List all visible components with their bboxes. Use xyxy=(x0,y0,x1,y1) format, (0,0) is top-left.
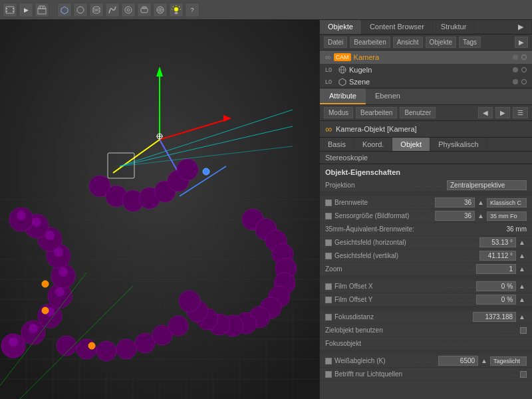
zoom-value[interactable]: 1 xyxy=(476,264,516,274)
tab-basis[interactable]: Basis xyxy=(320,138,354,151)
projektion-select[interactable]: Zentralperspektive xyxy=(447,180,527,190)
checkbox-filmx[interactable] xyxy=(325,283,332,290)
tab-attribute[interactable]: Attribute xyxy=(320,88,366,104)
checkbox-fokus[interactable] xyxy=(325,314,332,321)
filmy-up[interactable]: ▲ xyxy=(517,296,527,303)
brennweite-up[interactable]: ▲ xyxy=(476,199,485,206)
tab-physikalisch[interactable]: Physikalisch xyxy=(430,138,487,151)
weiss-up[interactable]: ▲ xyxy=(479,357,489,364)
btn-expand-arrow[interactable]: ▶ xyxy=(515,37,528,48)
gfh-value[interactable]: 53.13 ° xyxy=(479,237,516,247)
btn-bearbeiten[interactable]: Bearbeiten xyxy=(350,37,390,48)
toggle-licht[interactable] xyxy=(520,371,527,378)
tab-content-browser[interactable]: Content Browser xyxy=(362,20,433,34)
toolbar-icon-sphere[interactable] xyxy=(73,3,88,17)
properties-title: Objekt-Eigenschaften xyxy=(320,166,532,179)
svg-point-104 xyxy=(116,339,136,359)
checkbox-gfv[interactable] xyxy=(325,253,332,259)
toolbar-icon-question[interactable]: ? xyxy=(185,3,200,17)
infinity-icon-type: ∞ xyxy=(325,124,332,134)
btn-prev[interactable]: ◀ xyxy=(478,107,493,118)
prop-row-fokus: Fokusdistanz ............ 1373.188 ▲ xyxy=(320,311,532,324)
prop-row-gfh: Gesichtsfeld (horizontal) ..... 53.13 ° … xyxy=(320,236,532,249)
brennweite-type[interactable]: Klassisch C xyxy=(487,198,527,207)
tab-koord[interactable]: Koord. xyxy=(354,138,392,151)
filmy-controls: 0 % ▲ xyxy=(476,295,527,305)
toolbar-icon-light[interactable] xyxy=(169,3,184,17)
label-licht-text: Betrifft nur Lichtquellen xyxy=(334,370,402,378)
label-sensor-text: Sensorgröße (Bildformat) xyxy=(334,212,409,219)
checkbox-brennweite[interactable] xyxy=(325,200,332,206)
label-fokusobjekt-text: Fokusobjekt xyxy=(325,340,361,347)
gfv-up[interactable]: ▲ xyxy=(517,252,527,259)
checkbox-ziel[interactable] xyxy=(520,327,527,334)
sensor-type[interactable]: 35 mm Fo xyxy=(487,211,527,221)
toolbar-icons: ▶ xyxy=(0,3,202,17)
checkbox-weiss[interactable] xyxy=(325,358,332,364)
prop-row-projektion: Projektion .................. Zentralper… xyxy=(320,179,532,192)
toolbar-icon-scene[interactable] xyxy=(153,3,168,17)
btn-tags[interactable]: Tags xyxy=(459,37,481,48)
filmx-value[interactable]: 0 % xyxy=(476,281,516,291)
toolbar-icon-nurbs[interactable] xyxy=(105,3,120,17)
brennweite-value[interactable]: 36 xyxy=(435,198,475,207)
object-name-kamera: Kamera xyxy=(354,53,380,61)
btn-objekte[interactable]: Objekte xyxy=(426,37,456,48)
tab-objekte[interactable]: Objekte xyxy=(320,20,362,34)
object-item-szene[interactable]: L0 Szene xyxy=(320,76,532,88)
svg-point-11 xyxy=(93,7,100,9)
prop-label-projektion: Projektion xyxy=(325,182,408,189)
viewport[interactable]: ▲ ▼ ◀ ▶ ⬜ xyxy=(0,20,319,399)
tab-ebenen[interactable]: Ebenen xyxy=(366,88,410,104)
checkbox-licht[interactable] xyxy=(325,371,332,378)
toolbar-icon-deformer[interactable] xyxy=(137,3,152,17)
checkbox-gfh[interactable] xyxy=(325,239,332,246)
weiss-value[interactable]: 6500 xyxy=(438,356,478,366)
zoom-up[interactable]: ▲ xyxy=(517,265,527,273)
tab-struktur[interactable]: Struktur xyxy=(433,20,475,34)
object-item-kugeln[interactable]: L0 Kugeln xyxy=(320,64,532,76)
btn-next[interactable]: ▶ xyxy=(495,107,510,118)
toolbar-icon-clapper[interactable] xyxy=(35,3,49,17)
btn-datei[interactable]: Datei xyxy=(324,37,347,48)
toolbar-icon-play[interactable]: ▶ xyxy=(19,3,33,17)
toolbar-icon-cube[interactable] xyxy=(57,3,72,17)
svg-rect-5 xyxy=(38,9,46,14)
btn-menu[interactable]: ☰ xyxy=(513,107,528,118)
sensor-controls: 36 ▲ 35 mm Fo xyxy=(435,211,527,221)
toolbar-icon-cylinder[interactable] xyxy=(89,3,104,17)
prop-label-sensor: Sensorgröße (Bildformat) xyxy=(325,212,420,219)
btn-bearbeiten-attr[interactable]: Bearbeiten xyxy=(356,107,397,118)
filmx-up[interactable]: ▲ xyxy=(517,283,527,290)
filmy-value[interactable]: 0 % xyxy=(476,295,516,305)
fokus-up[interactable]: ▲ xyxy=(517,313,527,321)
prop-value-projektion[interactable]: Zentralperspektive xyxy=(447,180,527,190)
label-filmy-text: Film Offset Y xyxy=(334,296,372,303)
sensor-value[interactable]: 36 xyxy=(435,211,475,221)
prop-dots-licht: ...... xyxy=(505,371,517,377)
object-type-label: Kamera-Objekt [Kamera] xyxy=(336,125,417,133)
gfv-value[interactable]: 41.112 ° xyxy=(479,251,516,261)
tab-expand[interactable]: ▶ xyxy=(510,20,532,34)
stereo-bar[interactable]: Stereoskopie xyxy=(320,152,532,164)
object-item-kamera[interactable]: ∞ CAM Kamera xyxy=(320,51,532,64)
prop-dots-fokus: ............ xyxy=(447,314,473,320)
fokus-value[interactable]: 1373.188 xyxy=(473,312,516,322)
sensor-up[interactable]: ▲ xyxy=(476,212,485,219)
btn-ansicht[interactable]: Ansicht xyxy=(393,37,423,48)
prop-dots-ziel: ........... xyxy=(494,327,517,333)
prop-label-zoom: Zoom xyxy=(325,265,425,273)
checkbox-sensor[interactable] xyxy=(325,213,332,219)
btn-modus[interactable]: Modus xyxy=(324,107,353,118)
weiss-type[interactable]: Tageslicht xyxy=(490,356,527,366)
svg-marker-9 xyxy=(61,7,68,14)
checkbox-filmy[interactable] xyxy=(325,297,332,303)
toolbar-icon-film[interactable] xyxy=(3,3,17,17)
svg-point-115 xyxy=(203,168,209,175)
tab-objekt[interactable]: Objekt xyxy=(392,138,430,151)
btn-benutzer[interactable]: Benutzer xyxy=(400,107,436,118)
obj-dot-kugeln xyxy=(513,67,518,72)
toolbar-icon-spline[interactable] xyxy=(121,3,136,17)
gfh-up[interactable]: ▲ xyxy=(517,239,527,246)
right-tabs: Objekte Content Browser Struktur ▶ xyxy=(320,20,532,35)
